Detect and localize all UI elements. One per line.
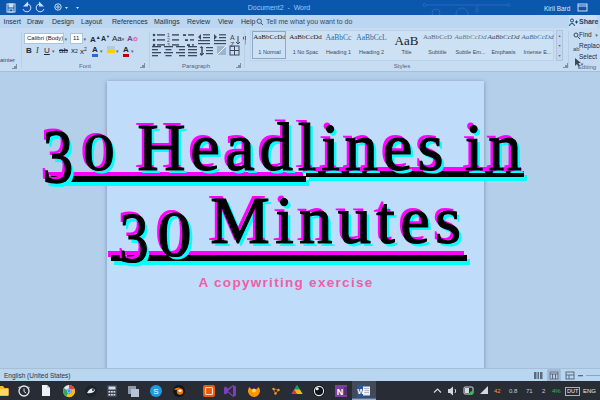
svg-text:N: N [337,387,344,397]
svg-text:W: W [357,387,365,396]
svg-text:S: S [153,387,158,396]
svg-text:A: A [230,34,235,41]
